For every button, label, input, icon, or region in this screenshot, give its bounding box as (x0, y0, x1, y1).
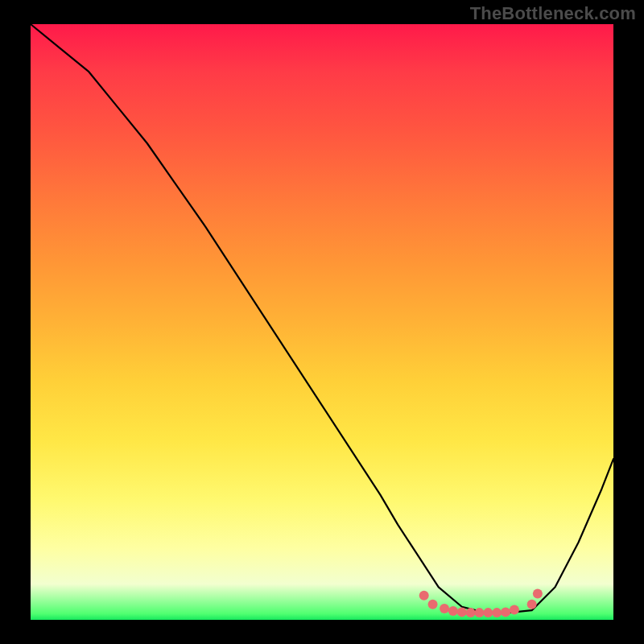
marker-dot (448, 606, 458, 616)
chart-stage: TheBottleneck.com (0, 0, 644, 644)
curve-line (31, 24, 613, 613)
marker-dot (501, 607, 510, 617)
marker-dot (533, 588, 543, 598)
marker-dot (492, 608, 502, 617)
marker-dot (466, 608, 476, 617)
marker-dot (457, 607, 467, 617)
marker-dot (419, 591, 429, 601)
bottom-markers-group (419, 588, 543, 617)
chart-overlay (0, 0, 644, 644)
marker-dot (428, 600, 438, 609)
marker-dot (474, 608, 484, 617)
marker-dot (527, 600, 537, 609)
marker-dot (440, 604, 449, 613)
marker-dot (510, 605, 519, 614)
marker-dot (483, 608, 493, 617)
